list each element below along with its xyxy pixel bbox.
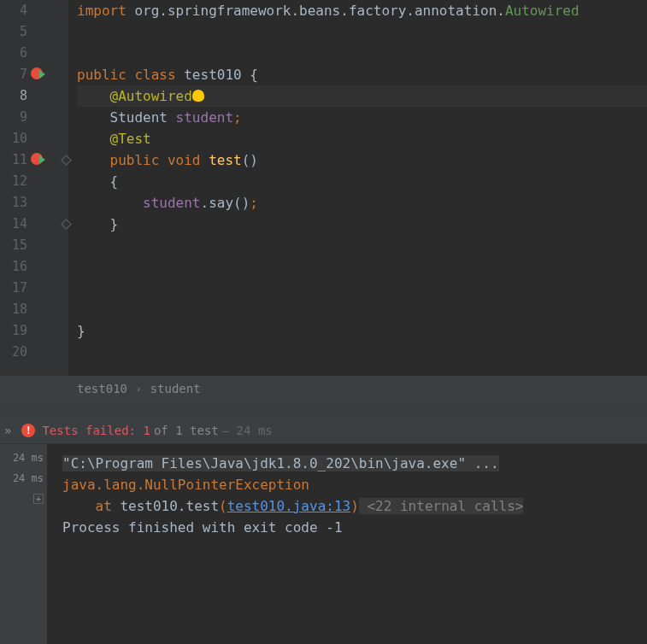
console-line: "C:\Program Files\Java\jdk1.8.0_202\bin\… [62,453,632,474]
breadcrumb-separator-icon: › [136,383,142,395]
console-line: at test010.test(test010.java:13) <22 int… [62,495,632,517]
line-number: 15 [0,235,68,256]
line-number: 13 [0,192,68,214]
run-test-icon[interactable] [31,153,46,168]
code-line [77,256,647,278]
code-line: public void test() [77,149,647,171]
error-icon: ! [21,424,35,437]
test-time-item[interactable]: 24 ms [0,468,47,489]
test-time-label: – 24 ms [222,424,273,437]
code-line: import org.springframework.beans.factory… [77,0,647,21]
line-number: 8 [0,85,68,107]
console-line: Process finished with exit code -1 [62,517,632,538]
run-test-icon[interactable] [31,67,46,83]
line-number: 5 [0,21,68,43]
line-number: 18 [0,299,68,320]
line-number: 4 [0,0,68,21]
code-line [77,278,647,299]
code-line: } [77,320,647,342]
expand-icon[interactable]: + [33,494,44,504]
code-line [77,342,647,363]
status-separator [0,401,647,417]
line-number: 14 [0,214,68,235]
line-number: 16 [0,256,68,278]
code-line [77,235,647,256]
code-line: { [77,171,647,192]
line-number: 11 [0,149,68,171]
breadcrumb-item[interactable]: test010 [77,382,127,395]
console-area: 24 ms 24 ms + "C:\Program Files\Java\jdk… [0,444,647,644]
code-line: student.say(); [77,192,647,214]
gutter: 4 5 6 7 8 9 10 11 12 13 14 15 16 1 [0,0,68,376]
line-number: 20 [0,342,68,363]
line-number: 17 [0,278,68,299]
line-number: 12 [0,171,68,192]
intention-bulb-icon[interactable] [192,90,204,102]
test-tree[interactable]: 24 ms 24 ms + [0,444,47,644]
code-line: public class test010 { [77,64,647,85]
code-line [77,299,647,320]
code-line [77,43,647,64]
line-number: 7 [0,64,68,85]
line-number: 10 [0,128,68,149]
code-editor[interactable]: 4 5 6 7 8 9 10 11 12 13 14 15 16 1 [0,0,647,376]
test-result-header: » ! Tests failed: 1 of 1 test – 24 ms [0,417,647,444]
console-output[interactable]: "C:\Program Files\Java\jdk1.8.0_202\bin\… [47,444,647,644]
breadcrumb[interactable]: test010 › student [0,376,647,401]
tests-failed-label: Tests failed: 1 [42,424,150,437]
line-number: 6 [0,43,68,64]
line-number: 9 [0,107,68,128]
test-count-label: of 1 test [154,424,219,437]
console-line: java.lang.NullPointerException [62,474,632,495]
line-number: 19 [0,320,68,342]
breadcrumb-item[interactable]: student [150,382,201,395]
code-content[interactable]: import org.springframework.beans.factory… [74,0,647,376]
code-line: @Test [77,128,647,149]
code-line: Student student; [77,107,647,128]
chevron-icon[interactable]: » [4,424,11,437]
stack-trace-link[interactable]: test010.java:13 [227,498,351,514]
test-time-item[interactable]: 24 ms [0,448,47,468]
code-line: } [77,214,647,235]
code-line [77,21,647,43]
code-line: @Autowired [77,85,647,107]
